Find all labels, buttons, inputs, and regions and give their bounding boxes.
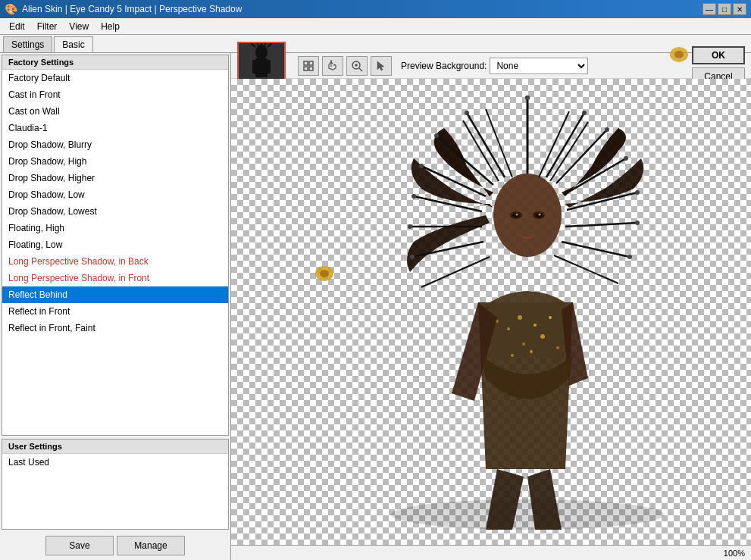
svg-line-51 bbox=[550, 122, 588, 181]
list-item-claudia-1[interactable]: Claudia-1 bbox=[2, 120, 228, 136]
main-content: Factory Settings Factory Default Cast in… bbox=[0, 53, 751, 560]
svg-line-15 bbox=[359, 68, 362, 71]
list-item-reflect-in-front-faint[interactable]: Reflect in Front, Faint bbox=[2, 320, 228, 336]
menu-bar: Edit Filter View Help bbox=[0, 18, 751, 35]
save-button[interactable]: Save bbox=[45, 536, 114, 555]
zoom-level: 100% bbox=[724, 549, 745, 558]
pan-icon bbox=[327, 60, 339, 72]
svg-point-63 bbox=[635, 221, 640, 225]
list-item-drop-shadow-higher[interactable]: Drop Shadow, Higher bbox=[2, 170, 228, 186]
svg-point-31 bbox=[493, 174, 562, 257]
svg-point-53 bbox=[465, 111, 469, 115]
tab-settings[interactable]: Settings bbox=[3, 36, 52, 52]
svg-point-57 bbox=[408, 224, 412, 229]
menu-help[interactable]: Help bbox=[95, 20, 126, 33]
ok-button[interactable]: OK bbox=[692, 46, 745, 64]
svg-line-48 bbox=[562, 242, 630, 257]
list-item-long-perspective-front[interactable]: Long Perspective Shadow, in Front bbox=[2, 270, 228, 286]
list-item-drop-shadow-low[interactable]: Drop Shadow, Low bbox=[2, 186, 228, 203]
svg-point-61 bbox=[624, 156, 628, 161]
list-item-long-perspective-back[interactable]: Long Perspective Shadow, in Back bbox=[2, 253, 228, 270]
tab-basic[interactable]: Basic bbox=[54, 36, 92, 52]
list-item-drop-shadow-blurry[interactable]: Drop Shadow, Blurry bbox=[2, 136, 228, 153]
list-item-drop-shadow-lowest[interactable]: Drop Shadow, Lowest bbox=[2, 203, 228, 220]
svg-point-22 bbox=[534, 324, 537, 327]
menu-filter[interactable]: Filter bbox=[31, 20, 64, 33]
svg-line-50 bbox=[539, 111, 569, 177]
svg-rect-13 bbox=[309, 67, 313, 70]
toolbar-row: Preview Background: None Black White Cus… bbox=[231, 53, 751, 79]
list-item-cast-on-wall[interactable]: Cast on Wall bbox=[2, 103, 228, 120]
menu-edit[interactable]: Edit bbox=[3, 20, 31, 33]
factory-settings-list: Factory Settings Factory Default Cast in… bbox=[2, 55, 229, 436]
right-panel: Preview Background: None Black White Cus… bbox=[231, 53, 751, 560]
preview-bg-select[interactable]: None Black White Custom bbox=[490, 58, 588, 74]
svg-point-70 bbox=[539, 214, 541, 216]
svg-rect-3 bbox=[252, 60, 258, 74]
window-title: Alien Skin | Eye Candy 5 Impact | Perspe… bbox=[22, 4, 242, 14]
svg-point-55 bbox=[419, 164, 424, 168]
select-tool[interactable] bbox=[371, 56, 392, 76]
list-item-drop-shadow-high[interactable]: Drop Shadow, High bbox=[2, 153, 228, 170]
factory-settings-header: Factory Settings bbox=[2, 55, 228, 70]
svg-point-21 bbox=[518, 315, 522, 320]
list-item-reflect-in-front[interactable]: Reflect in Front bbox=[2, 303, 228, 320]
tab-bar: Settings Basic bbox=[0, 35, 751, 53]
user-settings-last-used[interactable]: Last Used bbox=[2, 454, 228, 471]
zoom-icon bbox=[351, 60, 363, 72]
svg-point-62 bbox=[635, 190, 640, 195]
title-bar-left: 🎨 Alien Skin | Eye Candy 5 Impact | Pers… bbox=[5, 3, 242, 15]
svg-line-47 bbox=[565, 223, 637, 227]
preview-area[interactable] bbox=[231, 79, 751, 545]
svg-rect-10 bbox=[304, 61, 308, 65]
svg-point-28 bbox=[530, 350, 533, 353]
svg-point-56 bbox=[411, 194, 416, 199]
list-item-floating-high[interactable]: Floating, High bbox=[2, 220, 228, 236]
zoom-fit-icon bbox=[302, 60, 314, 72]
svg-rect-12 bbox=[304, 67, 308, 70]
zoom-tool[interactable] bbox=[346, 56, 368, 76]
close-button[interactable]: ✕ bbox=[733, 3, 746, 15]
manage-button[interactable]: Manage bbox=[117, 536, 185, 555]
status-bar: 100% bbox=[231, 545, 751, 560]
left-panel: Factory Settings Factory Default Cast in… bbox=[0, 53, 231, 560]
svg-point-1 bbox=[255, 45, 268, 60]
menu-view[interactable]: View bbox=[63, 20, 95, 33]
settings-list-container: Factory Settings Factory Default Cast in… bbox=[0, 53, 230, 531]
svg-point-52 bbox=[525, 95, 530, 100]
list-item-reflect-behind[interactable]: Reflect Behind bbox=[2, 286, 228, 303]
select-icon bbox=[375, 60, 387, 72]
svg-point-20 bbox=[391, 499, 664, 530]
title-controls: — □ ✕ bbox=[702, 3, 746, 15]
minimize-button[interactable]: — bbox=[702, 3, 716, 15]
svg-line-43 bbox=[546, 113, 584, 177]
svg-point-59 bbox=[582, 111, 587, 115]
list-item-factory-default[interactable]: Factory Default bbox=[2, 70, 228, 86]
svg-point-69 bbox=[516, 214, 518, 216]
cursor-ok-decoration bbox=[669, 46, 689, 63]
maximize-button[interactable]: □ bbox=[718, 3, 731, 15]
svg-point-30 bbox=[556, 346, 559, 349]
svg-point-19 bbox=[674, 51, 684, 58]
svg-point-64 bbox=[627, 255, 632, 259]
svg-rect-11 bbox=[309, 61, 313, 65]
user-settings-header: User Settings bbox=[2, 440, 228, 454]
app-icon: 🎨 bbox=[5, 3, 17, 15]
user-settings-section: User Settings Last Used bbox=[2, 439, 229, 530]
svg-point-58 bbox=[410, 255, 415, 259]
cursor-decoration-svg bbox=[669, 46, 689, 63]
svg-point-23 bbox=[507, 327, 510, 330]
pan-tool[interactable] bbox=[322, 56, 343, 76]
zoom-fit-tool[interactable] bbox=[298, 56, 319, 76]
svg-point-26 bbox=[549, 316, 552, 319]
svg-line-40 bbox=[421, 257, 490, 287]
svg-point-54 bbox=[434, 133, 439, 138]
list-item-floating-low[interactable]: Floating, Low bbox=[2, 236, 228, 253]
svg-point-29 bbox=[511, 354, 514, 357]
preview-woman-figure bbox=[346, 79, 709, 530]
list-item-cast-in-front[interactable]: Cast in Front bbox=[2, 86, 228, 103]
svg-line-49 bbox=[554, 255, 618, 283]
svg-point-25 bbox=[522, 343, 525, 346]
bottom-buttons: Save Manage bbox=[0, 531, 230, 560]
preview-bg-label: Preview Background: bbox=[401, 61, 487, 71]
